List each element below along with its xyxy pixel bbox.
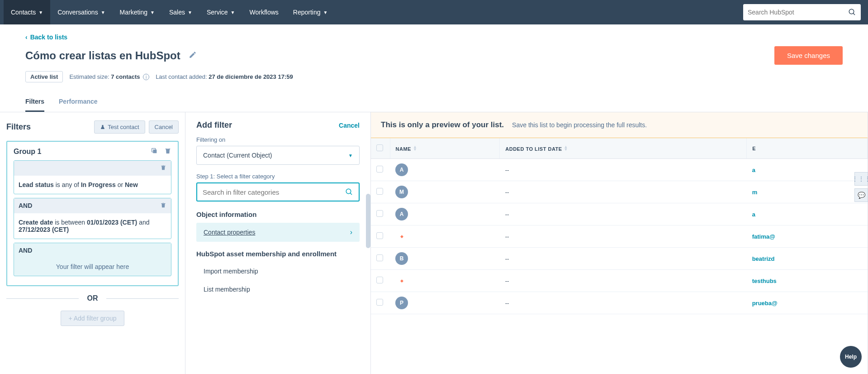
chevron-down-icon: ▼ [150,10,155,15]
step-label: Step 1: Select a filter category [196,173,360,180]
row-checkbox[interactable] [376,166,383,173]
back-label: Back to lists [30,34,67,41]
help-button[interactable]: Help [840,346,862,368]
last-contact-added: Last contact added: 27 de diciembre de 2… [156,73,293,80]
row-checkbox[interactable] [376,277,383,283]
sort-icon: ▲▼ [564,145,568,151]
row-checkbox[interactable] [376,254,383,261]
cell-added-date: -- [500,248,747,270]
nav-contacts[interactable]: Contacts▼ [4,0,50,24]
apps-icon[interactable]: ⋮⋮⋮ [854,172,868,186]
global-search-input[interactable] [748,9,848,16]
svg-rect-2 [153,149,157,153]
svg-line-1 [853,13,855,15]
save-button[interactable]: Save changes [774,46,843,65]
avatar: B [395,252,408,265]
delete-group-icon[interactable] [164,147,171,156]
row-checkbox[interactable] [376,210,383,217]
add-filter-title: Add filter [196,120,232,130]
category-contact-properties[interactable]: Contact properties › [196,223,360,242]
search-icon [345,188,353,196]
and-label: AND [19,202,32,210]
filter-placeholder: AND Your filter will appear here [14,243,171,276]
chevron-down-icon: ▼ [38,10,43,15]
avatar: A [395,208,408,221]
table-row[interactable]: A--a [371,203,868,225]
list-type-badge: Active list [25,71,63,82]
estimated-size: Estimated size: 7 contacts i [69,73,149,81]
cell-email[interactable]: prueba@ [747,292,868,314]
filter-category-search[interactable] [196,182,360,201]
cell-added-date: -- [500,203,747,225]
cell-email[interactable]: testhubs [747,270,868,292]
row-checkbox[interactable] [376,232,383,239]
nav-workflows[interactable]: Workflows [242,0,285,24]
category-list-membership[interactable]: List membership [196,280,360,298]
tab-filters[interactable]: Filters [25,92,44,112]
delete-filter-icon[interactable] [160,164,166,172]
info-icon[interactable]: i [143,74,149,80]
cell-added-date: -- [500,159,747,181]
object-select-value: Contact (Current Object) [203,152,272,159]
cell-added-date: -- [500,181,747,203]
table-row[interactable]: ◆--fatima@ [371,225,868,248]
cancel-filters-button[interactable]: Cancel [149,120,179,134]
nav-service[interactable]: Service▼ [199,0,242,24]
search-icon [848,8,856,16]
object-select[interactable]: Contact (Current Object) ▼ [196,146,360,165]
select-all-checkbox[interactable] [376,144,383,151]
preview-panel: This is only a preview of your list. Sav… [371,112,868,374]
test-contact-button[interactable]: Test contact [94,120,145,134]
back-link[interactable]: ‹ Back to lists [25,34,67,41]
nav-conversations[interactable]: Conversations▼ [50,0,112,24]
col-email[interactable]: E [747,138,868,159]
sort-icon: ▲▼ [413,145,417,151]
row-checkbox[interactable] [376,299,383,306]
cell-email[interactable]: m [747,181,868,203]
col-added-date[interactable]: ADDED TO LIST DATE▲▼ [500,138,747,159]
delete-filter-icon[interactable] [160,202,166,210]
filter-create-date[interactable]: AND Create date is between 01/01/2023 (C… [14,198,171,239]
category-import-membership[interactable]: Import membership [196,262,360,280]
cell-email[interactable]: fatima@ [747,225,868,248]
filter-condition-text: Create date is between 01/01/2023 (CET) … [14,213,171,239]
preview-banner: This is only a preview of your list. Sav… [371,112,868,138]
chevron-down-icon: ▼ [348,153,353,158]
page-header: ‹ Back to lists Cómo crear listas en Hub… [0,24,868,82]
scrollbar[interactable] [366,194,370,248]
hubspot-logo-icon: ◆ [395,274,408,287]
table-row[interactable]: ◆--testhubs [371,270,868,292]
nav-sales[interactable]: Sales▼ [162,0,199,24]
table-row[interactable]: M--m [371,181,868,203]
tab-performance[interactable]: Performance [59,92,98,112]
filter-lead-status[interactable]: Lead status is any of In Progress or New [14,160,171,194]
clone-icon[interactable] [151,147,158,156]
cell-email[interactable]: a [747,203,868,225]
chat-icon[interactable]: 💬 [854,188,868,202]
cell-email[interactable]: beatrizd [747,248,868,270]
col-name[interactable]: NAME▲▼ [390,138,500,159]
svg-line-5 [350,193,352,195]
nav-reporting[interactable]: Reporting▼ [286,0,335,24]
filter-category-search-input[interactable] [203,188,345,196]
edit-icon[interactable] [189,51,197,60]
row-checkbox[interactable] [376,188,383,195]
cell-email[interactable]: a [747,159,868,181]
filters-title: Filters [6,122,31,132]
nav-marketing[interactable]: Marketing▼ [113,0,162,24]
avatar: A [395,163,408,176]
filter-condition-text: Lead status is any of In Progress or New [14,176,171,194]
global-search[interactable] [743,4,861,20]
cell-name: A [390,159,500,181]
table-row[interactable]: B--beatrizd [371,248,868,270]
table-row[interactable]: A--a [371,159,868,181]
table-row[interactable]: P--prueba@ [371,292,868,314]
section-title: HubSpot asset membership and enrollment [196,250,360,258]
cell-added-date: -- [500,270,747,292]
filter-group-1: Group 1 Lead status is any of In Progres… [6,141,179,286]
hubspot-logo-icon: ◆ [395,230,408,243]
filtering-on-label: Filtering on [196,136,360,143]
cancel-add-filter[interactable]: Cancel [339,122,360,129]
group-title: Group 1 [14,148,41,156]
add-filter-group-button[interactable]: + Add filter group [61,311,124,326]
